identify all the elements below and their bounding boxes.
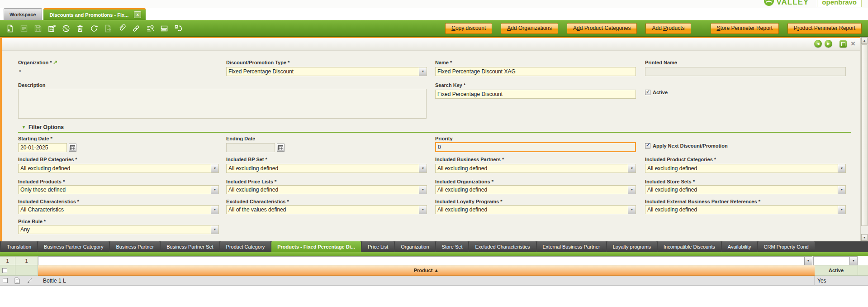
open-record-icon[interactable] bbox=[14, 278, 20, 285]
tab-crm-property-condition[interactable]: CRM Property Cond bbox=[758, 241, 815, 252]
tab-business-partner-set[interactable]: Business Partner Set bbox=[161, 241, 219, 252]
tab-organization[interactable]: Organization bbox=[395, 241, 435, 252]
scrollbar-thumb[interactable] bbox=[861, 44, 868, 226]
included-business-partners-select[interactable]: All excluding defined▼ bbox=[435, 164, 636, 173]
excluded-characteristics-select[interactable]: All of the values defined▼ bbox=[226, 205, 427, 214]
refresh-icon[interactable] bbox=[87, 22, 100, 35]
chevron-down-icon[interactable]: ▼ bbox=[838, 206, 845, 214]
tab-price-list[interactable]: Price List bbox=[362, 241, 394, 252]
organization-value[interactable]: * bbox=[19, 69, 21, 75]
tab-workspace[interactable]: Workspace bbox=[4, 8, 42, 20]
chevron-down-icon[interactable]: ▼ bbox=[211, 164, 218, 173]
quick-launch-icon[interactable] bbox=[53, 60, 57, 65]
calendar-icon[interactable] bbox=[277, 144, 285, 152]
export-icon bbox=[101, 22, 114, 35]
included-store-sets-select[interactable]: All excluding defined▼ bbox=[645, 185, 846, 194]
tab-product-category[interactable]: Product Category bbox=[220, 241, 271, 252]
maximize-icon[interactable] bbox=[840, 40, 847, 48]
included-ext-bp-refs-select[interactable]: All excluding defined▼ bbox=[645, 205, 846, 214]
grid-row-bottle-1l[interactable]: Bottle 1 L Yes bbox=[0, 276, 868, 286]
add-product-categories-button[interactable]: Add Product Categories bbox=[567, 23, 637, 34]
filter-options-section-header[interactable]: ▼ Filter Options bbox=[22, 124, 64, 130]
calendar-icon[interactable] bbox=[69, 144, 76, 152]
tab-excluded-characteristics[interactable]: Excluded Characteristics bbox=[469, 241, 536, 252]
attachment-icon[interactable] bbox=[115, 22, 128, 35]
included-bp-categories-select[interactable]: All excluding defined▼ bbox=[18, 164, 219, 173]
product-filter-input[interactable]: ▼ bbox=[38, 256, 812, 265]
tab-external-business-partner[interactable]: External Business Partner bbox=[537, 241, 606, 252]
previous-record-icon[interactable]: ◀ bbox=[814, 40, 822, 48]
edit-record-icon[interactable] bbox=[27, 278, 33, 285]
audit-trail-icon[interactable] bbox=[143, 22, 157, 35]
chevron-down-icon[interactable]: ▼ bbox=[211, 206, 218, 214]
copy-discount-button[interactable]: Copy discount bbox=[445, 23, 492, 34]
link-icon[interactable] bbox=[129, 22, 142, 35]
active-column-header[interactable]: Active bbox=[815, 265, 858, 276]
collapse-section-icon[interactable]: ▼ bbox=[22, 125, 26, 130]
save-and-close-icon[interactable] bbox=[45, 22, 58, 35]
form-scrollbar[interactable]: ▲ ▼ bbox=[860, 37, 868, 241]
product-perimeter-report-button[interactable]: Product Perimeter Report bbox=[787, 23, 862, 34]
tab-products-fixed-percentage[interactable]: Products - Fixed Percentage Di... bbox=[271, 241, 361, 252]
description-field[interactable] bbox=[18, 89, 427, 119]
included-organizations-select[interactable]: All excluding defined▼ bbox=[435, 185, 636, 194]
chevron-down-icon[interactable]: ▼ bbox=[628, 186, 636, 194]
tab-store-set[interactable]: Store Set bbox=[436, 241, 469, 252]
chevron-down-icon[interactable]: ▼ bbox=[628, 206, 636, 214]
chevron-down-icon[interactable]: ▼ bbox=[838, 164, 845, 173]
apply-next-checkbox[interactable] bbox=[645, 143, 650, 149]
chevron-down-icon[interactable]: ▼ bbox=[211, 225, 218, 234]
delete-icon[interactable] bbox=[73, 22, 86, 35]
starting-date-field[interactable]: 20-01-2025 bbox=[18, 143, 67, 152]
promotion-type-select[interactable]: Fixed Percentage Discount ▼ bbox=[226, 67, 427, 76]
name-field[interactable]: Fixed Percentage Discount XAG bbox=[435, 67, 636, 76]
product-column-header[interactable]: Product ▲ bbox=[38, 265, 815, 276]
tab-business-partner-category[interactable]: Business Partner Category bbox=[38, 241, 109, 252]
price-rule-select[interactable]: Any▼ bbox=[18, 225, 219, 234]
scroll-down-icon[interactable]: ▼ bbox=[861, 234, 868, 241]
close-form-icon[interactable]: ✕ bbox=[849, 40, 857, 48]
tab-discounts-and-promotions[interactable]: Discounts and Promotions - Fix... x bbox=[43, 8, 146, 20]
store-perimeter-report-button[interactable]: Store Perimeter Report bbox=[711, 23, 779, 34]
undo-changes-icon[interactable] bbox=[59, 22, 72, 35]
chevron-down-icon[interactable]: ▼ bbox=[849, 257, 857, 265]
included-price-lists-select[interactable]: All excluding defined▼ bbox=[226, 185, 427, 194]
new-record-icon[interactable] bbox=[3, 22, 16, 35]
search-key-field[interactable]: Fixed Percentage Discount bbox=[435, 90, 636, 99]
tab-business-partner[interactable]: Business Partner bbox=[110, 241, 160, 252]
select-all-checkbox[interactable] bbox=[2, 268, 7, 273]
included-products-select[interactable]: Only those defined▼ bbox=[18, 185, 219, 194]
tab-incompatible-discounts[interactable]: Incompatible Discounts bbox=[658, 241, 721, 252]
printed-name-field[interactable] bbox=[645, 67, 846, 76]
ending-date-field[interactable] bbox=[226, 143, 275, 152]
included-bp-set-select[interactable]: All excluding defined▼ bbox=[226, 164, 427, 173]
chevron-down-icon[interactable]: ▼ bbox=[628, 164, 636, 173]
chevron-down-icon[interactable]: ▼ bbox=[419, 164, 427, 173]
tab-loyalty-programs[interactable]: Loyalty programs bbox=[607, 241, 657, 252]
chevron-down-icon[interactable]: ▼ bbox=[838, 186, 845, 194]
add-organizations-button[interactable]: Add Organizations bbox=[501, 23, 558, 34]
included-characteristics-select[interactable]: All Characteristics▼ bbox=[18, 205, 219, 214]
included-product-categories-select[interactable]: All excluding defined▼ bbox=[645, 164, 846, 173]
chevron-down-icon[interactable]: ▼ bbox=[419, 186, 427, 194]
select-all-header-cell[interactable] bbox=[0, 265, 15, 276]
included-characteristics-label: Included Characteristics * bbox=[18, 199, 79, 204]
close-tab-icon[interactable]: x bbox=[134, 11, 141, 18]
row-select-checkbox[interactable] bbox=[3, 278, 8, 283]
included-loyalty-programs-select[interactable]: All excluding defined▼ bbox=[435, 205, 636, 214]
toggle-view-icon[interactable] bbox=[157, 22, 171, 35]
active-checkbox[interactable] bbox=[645, 90, 650, 95]
tab-translation[interactable]: Translation bbox=[1, 241, 37, 252]
active-filter-input[interactable]: ▼ bbox=[813, 256, 858, 265]
chevron-down-icon[interactable]: ▼ bbox=[419, 67, 427, 76]
add-products-button[interactable]: Add Products bbox=[645, 23, 691, 34]
included-store-sets-label: Included Store Sets * bbox=[645, 179, 695, 184]
chevron-down-icon[interactable]: ▼ bbox=[211, 186, 218, 194]
next-record-icon[interactable]: ▶ bbox=[825, 40, 832, 48]
tab-availability[interactable]: Availability bbox=[722, 241, 757, 252]
priority-field[interactable]: 0 bbox=[435, 142, 636, 152]
chevron-down-icon[interactable]: ▼ bbox=[419, 206, 427, 214]
chevron-down-icon[interactable]: ▼ bbox=[804, 257, 812, 265]
scroll-up-icon[interactable]: ▲ bbox=[861, 37, 868, 44]
tree-revision-icon[interactable] bbox=[171, 22, 185, 35]
